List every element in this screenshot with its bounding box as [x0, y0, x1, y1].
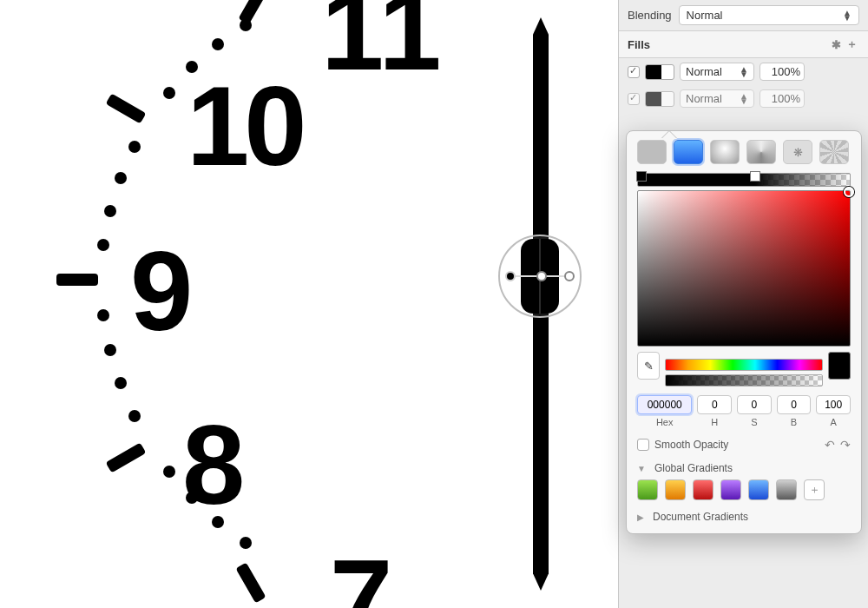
color-field[interactable]	[637, 190, 851, 347]
chevron-updown-icon: ▲▼	[740, 67, 748, 77]
hue-slider[interactable]	[665, 359, 823, 371]
alpha-slider[interactable]	[665, 374, 823, 387]
minute-dot	[115, 172, 127, 184]
global-gradients-presets: ＋	[637, 479, 851, 500]
chevron-updown-icon: ▲▼	[843, 10, 852, 21]
fill-blend-select[interactable]: Normal ▲▼	[680, 63, 754, 81]
b-label: B	[777, 417, 812, 427]
current-color-swatch[interactable]	[828, 352, 851, 380]
minute-dot	[128, 410, 141, 422]
tick-9	[56, 274, 98, 286]
minute-dot	[97, 309, 109, 321]
fill-enable-checkbox[interactable]	[628, 66, 640, 78]
fill-type-tabs	[637, 140, 851, 164]
hex-label: Hex	[637, 417, 692, 427]
minute-dot	[212, 38, 224, 50]
gradient-editor-overlay[interactable]	[498, 235, 582, 318]
undo-icon[interactable]: ↶	[825, 438, 835, 452]
gradient-bar-stop-0[interactable]	[636, 171, 647, 190]
fill-swatch[interactable]	[645, 91, 674, 107]
fill-type-noise[interactable]	[819, 140, 849, 164]
fill-row-0: Normal ▲▼ 100%	[619, 58, 868, 85]
color-inputs: Hex H S B A	[637, 395, 851, 427]
numeral-8: 8	[182, 400, 240, 530]
chevron-updown-icon: ▲▼	[740, 94, 748, 104]
fill-type-angular[interactable]	[746, 140, 776, 164]
disclosure-right-icon[interactable]: ▶	[637, 512, 644, 522]
design-canvas[interactable]: 11 10 9 8 7	[0, 0, 618, 608]
minute-dot	[240, 19, 252, 31]
fill-type-pattern[interactable]	[783, 140, 812, 164]
fill-opacity-field[interactable]: 100%	[760, 63, 805, 81]
color-field-handle[interactable]	[844, 187, 854, 197]
gradient-bar[interactable]	[637, 173, 851, 187]
fill-type-linear[interactable]	[674, 140, 703, 164]
inspector-panel: Blending Normal ▲▼ Fills ✱ ＋ Normal ▲▼ 1…	[618, 0, 868, 608]
minute-dot	[163, 87, 175, 99]
gradient-bar-stop-1[interactable]	[750, 171, 760, 190]
a-label: A	[816, 417, 851, 427]
global-gradients-title: Global Gradients	[654, 462, 733, 474]
minute-dot	[163, 466, 175, 478]
fill-blend-value: Normal	[686, 92, 722, 105]
blending-label: Blending	[628, 9, 672, 22]
blending-select[interactable]: Normal ▲▼	[679, 5, 859, 25]
eyedropper-button[interactable]: ✎	[637, 352, 660, 380]
fill-type-radial[interactable]	[710, 140, 740, 164]
preset-swatch[interactable]	[748, 479, 769, 500]
smooth-opacity-label: Smooth Opacity	[654, 439, 728, 451]
gear-icon[interactable]: ✱	[828, 38, 844, 51]
fill-blend-select[interactable]: Normal ▲▼	[680, 89, 754, 108]
preset-swatch[interactable]	[693, 479, 713, 500]
s-label: S	[737, 417, 772, 427]
preset-swatch[interactable]	[720, 479, 741, 500]
color-popover: ✎ Hex H S B	[626, 130, 862, 534]
add-fill-button[interactable]: ＋	[844, 36, 859, 52]
gradient-stop-start[interactable]	[505, 271, 516, 281]
blending-row: Blending Normal ▲▼	[619, 0, 868, 30]
minute-dot	[104, 205, 116, 217]
disclosure-down-icon[interactable]: ▼	[637, 464, 646, 473]
gradient-stop-mid[interactable]	[536, 271, 547, 281]
smooth-opacity-checkbox[interactable]	[637, 439, 649, 451]
fill-row-1: Normal ▲▼ 100%	[619, 85, 868, 112]
b-input[interactable]	[777, 395, 812, 414]
minute-dot	[104, 344, 116, 356]
preset-swatch[interactable]	[776, 479, 797, 500]
fills-header: Fills ✱ ＋	[619, 30, 868, 58]
gradient-stop-end[interactable]	[564, 271, 575, 281]
preset-swatch[interactable]	[637, 479, 658, 500]
minute-dot	[115, 377, 127, 389]
numeral-10: 10	[187, 61, 302, 191]
add-preset-button[interactable]: ＋	[804, 479, 825, 500]
fill-opacity-field[interactable]: 100%	[760, 89, 805, 108]
minute-dot	[240, 537, 252, 549]
numeral-11: 11	[321, 0, 437, 96]
fill-swatch[interactable]	[645, 64, 674, 80]
redo-icon[interactable]: ↷	[840, 438, 851, 452]
document-gradients-title: Document Gradients	[653, 511, 748, 523]
fills-title: Fills	[628, 38, 650, 51]
blending-value: Normal	[687, 9, 723, 22]
eyedropper-icon: ✎	[644, 360, 654, 373]
minute-dot	[97, 239, 109, 251]
numeral-9: 9	[130, 226, 187, 356]
h-input[interactable]	[697, 395, 732, 414]
minute-dot	[128, 141, 141, 153]
numeral-7: 7	[330, 534, 387, 608]
s-input[interactable]	[737, 395, 772, 414]
a-input[interactable]	[816, 395, 851, 414]
preset-swatch[interactable]	[665, 479, 686, 500]
h-label: H	[697, 417, 732, 427]
hex-input[interactable]	[637, 395, 692, 414]
fill-type-flat[interactable]	[637, 140, 667, 164]
fill-blend-value: Normal	[686, 65, 722, 78]
fill-enable-checkbox[interactable]	[628, 93, 640, 105]
